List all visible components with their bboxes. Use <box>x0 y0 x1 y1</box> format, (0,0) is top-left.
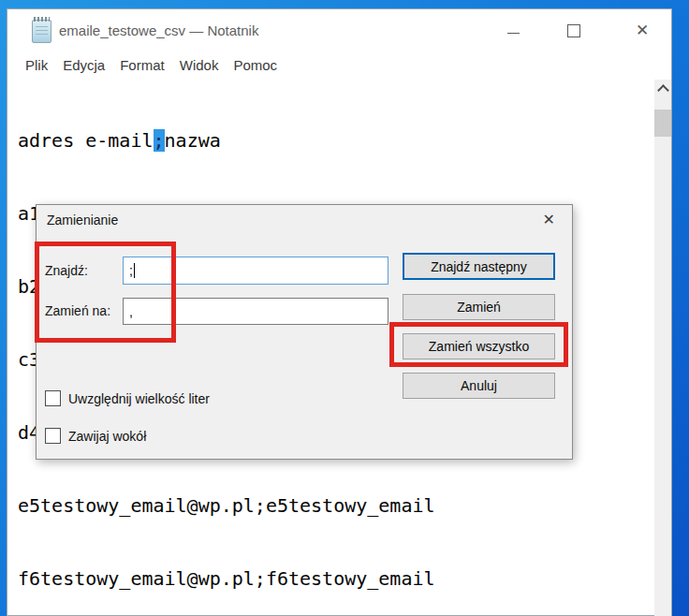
match-case-label: Uwzględnij wielkość liter <box>68 391 210 406</box>
annotation-rectangle-find-replace-fields <box>35 242 176 343</box>
maximize-button[interactable] <box>550 9 597 52</box>
close-button[interactable]: ✕ <box>619 9 666 52</box>
header-text-after: nazwa <box>165 129 221 152</box>
cancel-button[interactable]: Anuluj <box>403 373 555 399</box>
menu-edycja[interactable]: Edycja <box>55 52 112 79</box>
scroll-up-button[interactable] <box>654 80 671 95</box>
maximize-icon <box>567 24 580 37</box>
window-title: emaile_testowe_csv — Notatnik <box>59 9 258 52</box>
close-icon: ✕ <box>636 22 649 39</box>
minimize-button[interactable] <box>490 9 536 52</box>
find-next-button[interactable]: Znajdź następny <box>403 253 555 280</box>
menu-pomoc[interactable]: Pomoc <box>226 52 285 79</box>
menu-widok[interactable]: Widok <box>172 52 227 79</box>
editor-line: e5testowy_email@wp.pl;e5testowy_email <box>18 493 651 518</box>
notepad-app-icon <box>32 20 51 43</box>
selected-semicolon: ; <box>154 129 165 152</box>
header-text: adres e-mail <box>18 129 154 152</box>
dialog-title: Zamienianie <box>47 213 118 227</box>
close-icon: ✕ <box>543 212 555 227</box>
editor-line-header: adres e-mail;nazwa <box>18 128 651 153</box>
replace-button[interactable]: Zamień <box>403 294 555 320</box>
editor-line: f6testowy_email@wp.pl;f6testowy_email <box>18 566 651 591</box>
menu-bar: Plik Edycja Format Widok Pomoc <box>18 52 285 79</box>
chevron-up-icon <box>657 84 669 96</box>
scrollbar-thumb[interactable] <box>654 110 671 137</box>
wrap-around-checkbox[interactable] <box>45 428 61 444</box>
vertical-scrollbar[interactable] <box>654 80 671 616</box>
annotation-rectangle-replace-all-button <box>389 322 568 367</box>
menu-format[interactable]: Format <box>112 52 172 79</box>
minimize-icon <box>507 33 520 34</box>
title-bar: emaile_testowe_csv — Notatnik ✕ <box>7 9 671 52</box>
menu-plik[interactable]: Plik <box>18 52 55 79</box>
wrap-around-label: Zawijaj wokół <box>68 429 146 444</box>
match-case-checkbox[interactable] <box>45 390 61 406</box>
match-case-checkbox-row[interactable]: Uwzględnij wielkość liter <box>45 390 210 406</box>
dialog-close-button[interactable]: ✕ <box>543 211 555 228</box>
wrap-around-checkbox-row[interactable]: Zawijaj wokół <box>45 428 146 444</box>
